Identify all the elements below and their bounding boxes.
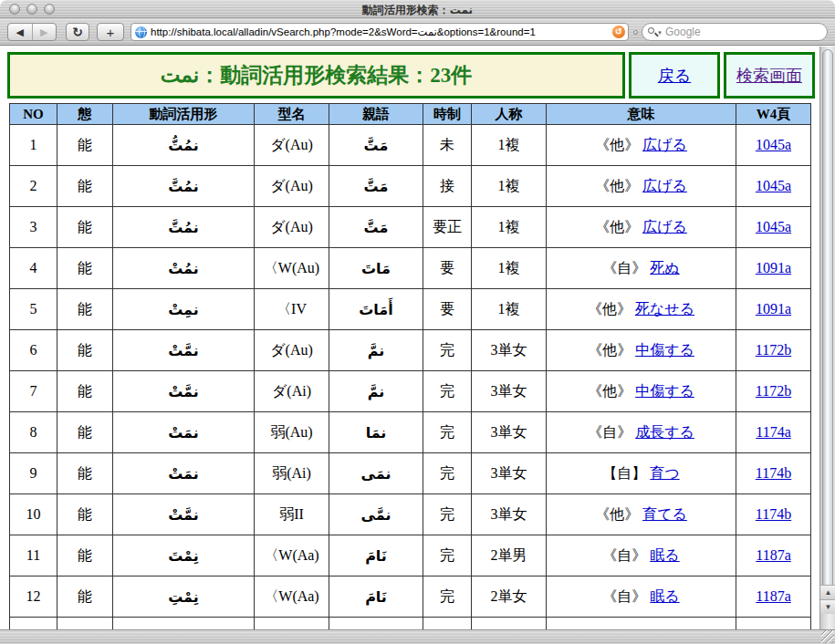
cell-type: 〈IV: [255, 289, 329, 330]
cell-tense: 要: [423, 289, 472, 330]
search-screen-link[interactable]: 検索画面: [736, 65, 802, 87]
cell-parent-word: مَتَّ: [329, 207, 423, 248]
cell-tense: 接: [423, 166, 472, 207]
page-link[interactable]: 1174b: [756, 506, 791, 522]
reload-button[interactable]: ↻: [66, 23, 89, 41]
cell-verb-form: نمِتْ: [113, 289, 255, 330]
cell-person: 1単: [472, 618, 547, 630]
cell-no: 1: [10, 125, 57, 166]
cell-person: 3単女: [472, 371, 547, 412]
meaning-link[interactable]: 眠る: [650, 588, 679, 604]
back-button[interactable]: ◀: [8, 24, 33, 40]
back-icon: ◀: [16, 26, 24, 38]
cell-meaning: 《他》 広げる: [547, 166, 736, 207]
cell-tense: 完: [423, 494, 472, 535]
page-link[interactable]: 1187a: [756, 588, 791, 604]
table-header-row: NO態動詞活用形型名親語時制人称意味W4頁: [10, 104, 811, 125]
cell-person: 3単女: [472, 453, 547, 494]
column-header: 動詞活用形: [113, 104, 255, 125]
snapback-icon[interactable]: ↺: [612, 26, 625, 38]
cell-parent-word: نَامَ: [329, 618, 423, 630]
cell-person: 1複: [472, 166, 547, 207]
back-link[interactable]: 戻る: [658, 65, 691, 87]
meaning-prefix: 《自》: [602, 260, 646, 275]
cell-tense: 完: [423, 618, 472, 630]
meaning-link[interactable]: 死ぬ: [650, 260, 679, 275]
scroll-down-button[interactable]: ▼: [820, 599, 835, 614]
cell-page: 1187a: [736, 576, 811, 618]
cell-meaning: 【自】 育つ: [547, 453, 736, 494]
cell-no: 10: [10, 494, 57, 535]
meaning-link[interactable]: 育つ: [650, 465, 679, 481]
cell-verb-form: نمَتْ: [113, 412, 255, 453]
page-link[interactable]: 1172b: [756, 383, 791, 399]
meaning-prefix: 《自》: [588, 424, 631, 440]
page-link[interactable]: 1172b: [756, 342, 791, 358]
scroll-up-button[interactable]: ▲: [820, 585, 835, 599]
meaning-link[interactable]: 成長する: [635, 424, 694, 440]
cell-page: 1045a: [736, 166, 811, 207]
page-link[interactable]: 1174b: [756, 465, 791, 481]
meaning-link[interactable]: 広げる: [642, 178, 687, 193]
page-link[interactable]: 1187a: [756, 547, 791, 563]
cell-parent-word: نمَّى: [329, 494, 423, 535]
cell-meaning: 《他》 中傷する: [547, 371, 736, 412]
meaning-link[interactable]: 中傷する: [635, 383, 694, 399]
cell-person: 1複: [472, 125, 547, 166]
vertical-scrollbar[interactable]: ▲ ▼: [819, 47, 835, 629]
window-resize-grip[interactable]: [821, 630, 834, 643]
page-link[interactable]: 1091a: [756, 301, 791, 317]
page-link[interactable]: 1174a: [756, 424, 791, 440]
column-header: NO: [10, 104, 57, 125]
cell-voice: 能: [57, 618, 113, 630]
meaning-prefix: 《他》: [588, 342, 631, 358]
meaning-link[interactable]: 広げる: [642, 219, 687, 234]
cell-meaning: 《自》 死ぬ: [547, 248, 736, 289]
cell-verb-form: نمُتَّ: [113, 166, 255, 207]
cell-tense: 完: [423, 535, 472, 576]
cell-verb-form: نمَّتْ: [113, 330, 255, 371]
page-link[interactable]: 1045a: [756, 219, 791, 234]
page-link[interactable]: 1045a: [756, 137, 791, 152]
cell-person: 2単男: [472, 535, 547, 576]
browser-toolbar: ◀ ▶ ↻ + http://shibata.local/alladin/vSe…: [0, 18, 835, 46]
scrollbar-thumb[interactable]: [822, 49, 833, 591]
cell-no: 4: [10, 248, 57, 289]
table-row: 5 能 نمِتْ 〈IV أَمَاتَ 要 1複 《他》 死なせる 1091…: [10, 289, 811, 330]
plus-icon: +: [107, 25, 115, 40]
result-title: نمت：動詞活用形検索結果：23件: [7, 52, 625, 99]
nav-buttons: ◀ ▶: [7, 23, 57, 41]
meaning-prefix: 《他》: [595, 219, 639, 234]
address-bar[interactable]: http://shibata.local/alladin/vSearch.php…: [130, 23, 629, 41]
page-link[interactable]: 1045a: [756, 178, 791, 193]
cell-voice: 能: [57, 207, 113, 248]
cell-parent-word: أَمَاتَ: [329, 289, 423, 330]
meaning-prefix: 《他》: [595, 137, 639, 152]
cell-tense: 完: [423, 330, 472, 371]
column-header: 人称: [472, 104, 547, 125]
page-link[interactable]: 1091a: [756, 260, 791, 275]
field-resize-dot[interactable]: [633, 30, 638, 35]
column-header: 親語: [329, 104, 423, 125]
search-menu-arrow-icon: ▼: [657, 30, 663, 36]
meaning-prefix: 《自》: [602, 547, 646, 563]
cell-person: 1複: [472, 289, 547, 330]
cell-voice: 能: [57, 330, 113, 371]
meaning-link[interactable]: 眠る: [650, 547, 679, 563]
meaning-link[interactable]: 広げる: [642, 137, 687, 152]
cell-voice: 能: [57, 125, 113, 166]
google-search-field[interactable]: ▼ Google: [642, 23, 828, 41]
forward-button[interactable]: ▶: [33, 24, 57, 40]
add-bookmark-button[interactable]: +: [97, 23, 124, 41]
cell-meaning: 《自》 眠る: [547, 576, 736, 618]
cell-meaning: 《自》 成長する: [547, 412, 736, 453]
cell-voice: 能: [57, 248, 113, 289]
meaning-link[interactable]: 育てる: [642, 506, 687, 522]
cell-verb-form: نمَتْ: [113, 453, 255, 494]
meaning-link[interactable]: 死なせる: [635, 301, 694, 317]
status-bar: [0, 629, 835, 644]
result-header: نمت：動詞活用形検索結果：23件 戻る 検索画面: [7, 52, 815, 99]
meaning-link[interactable]: 中傷する: [635, 342, 694, 358]
cell-meaning: 《他》 広げる: [547, 207, 736, 248]
cell-person: 2単女: [472, 576, 547, 618]
